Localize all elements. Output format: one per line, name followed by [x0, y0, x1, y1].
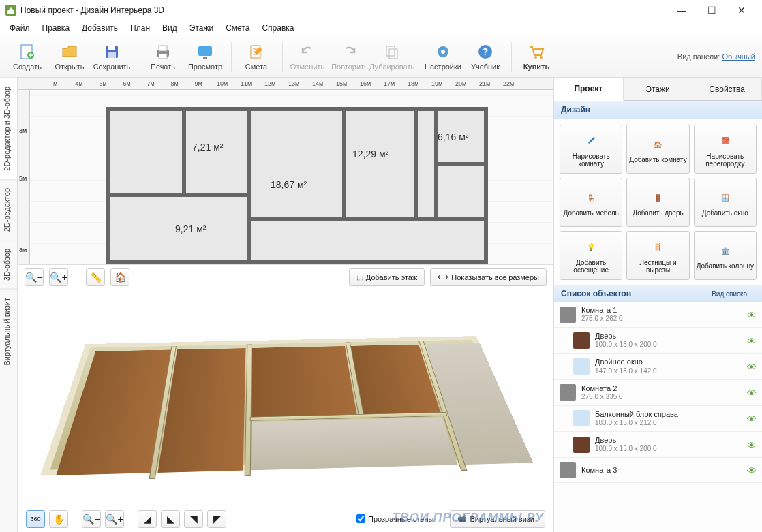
- preview-button[interactable]: Просмотр: [185, 37, 226, 76]
- view-angle-3-button[interactable]: ◥: [184, 510, 203, 528]
- tab-properties[interactable]: Свойства: [692, 78, 762, 100]
- object-list-item[interactable]: Комната 2275.0 x 335.0 👁: [554, 380, 762, 406]
- tab-floors[interactable]: Этажи: [624, 78, 693, 100]
- add-window-button[interactable]: 🪟Добавить окно: [694, 178, 757, 227]
- object-label: Комната 2275.0 x 335.0: [581, 384, 742, 401]
- help-icon: ?: [476, 42, 495, 61]
- draw-room-button[interactable]: 🖊️Нарисовать комнату: [560, 125, 622, 174]
- measure-button[interactable]: 📏: [86, 268, 105, 286]
- save-icon: [102, 42, 121, 61]
- object-label: Дверь100.0 x 15.0 x 200.0: [595, 332, 742, 349]
- main-toolbar: Создать Открыть Сохранить Печать Просмот…: [0, 35, 762, 78]
- add-lighting-button[interactable]: 💡Добавить освещение: [560, 231, 622, 280]
- object-list-item[interactable]: Балконный блок справа183.0 x 15.0 x 212.…: [554, 406, 762, 432]
- zoom-out-3d-button[interactable]: 🔍−: [82, 510, 101, 528]
- monitor-icon: [196, 42, 215, 61]
- visibility-toggle-icon[interactable]: 👁: [747, 336, 757, 345]
- draw-partition-button[interactable]: 🧱Нарисовать перегородку: [694, 125, 757, 174]
- pan-button[interactable]: ✋: [49, 510, 68, 528]
- object-list-item[interactable]: Дверь100.0 x 15.0 x 200.0 👁: [554, 432, 762, 458]
- menu-view[interactable]: Вид: [157, 22, 183, 34]
- undo-button[interactable]: Отменить: [287, 37, 328, 76]
- settings-button[interactable]: Настройки: [423, 37, 463, 76]
- object-list[interactable]: Комната 1275.0 x 262.0 👁 Дверь100.0 x 15…: [554, 302, 762, 532]
- door-icon: 🚪: [648, 188, 667, 207]
- zoom-out-2d-button[interactable]: 🔍−: [25, 268, 44, 286]
- menu-add[interactable]: Добавить: [76, 22, 123, 34]
- svg-point-18: [534, 56, 537, 59]
- list-icon: ☰: [749, 290, 755, 298]
- svg-rect-9: [198, 46, 212, 56]
- visibility-toggle-icon[interactable]: 👁: [747, 440, 757, 450]
- visibility-toggle-icon[interactable]: 👁: [747, 413, 757, 423]
- object-list-item[interactable]: Двойное окно147.0 x 15.0 x 142.0 👁: [554, 354, 762, 379]
- object-list-item[interactable]: Комната 3 👁: [554, 458, 762, 483]
- titlebar: Новый проект - Дизайн Интерьера 3D — ☐ ✕: [0, 0, 762, 20]
- object-list-item[interactable]: Дверь100.0 x 15.0 x 200.0 👁: [554, 328, 762, 354]
- panel-mode-link[interactable]: Обычный: [722, 52, 755, 61]
- visibility-toggle-icon[interactable]: 👁: [747, 388, 757, 397]
- menu-file[interactable]: Файл: [4, 22, 35, 34]
- object-label: Балконный блок справа183.0 x 15.0 x 212.…: [595, 410, 742, 427]
- home-button[interactable]: 🏠: [110, 268, 129, 286]
- add-room-button[interactable]: 🏠Добавить комнату: [626, 125, 689, 174]
- view-angle-2-button[interactable]: ◣: [161, 510, 180, 528]
- visibility-toggle-icon[interactable]: 👁: [747, 310, 757, 319]
- stairs-icon: 🪜: [648, 238, 667, 257]
- vtab-2d-3d[interactable]: 2D-редактор и 3D-обзор: [0, 78, 17, 179]
- dimension-icon: ⟷: [438, 272, 448, 281]
- view-3d[interactable]: [18, 289, 553, 505]
- floorplan[interactable]: 7,21 м² 18,67 м² 12,29 м² 6,16 м² 9,21 м…: [106, 107, 488, 264]
- object-type-icon: [573, 437, 590, 453]
- add-column-button[interactable]: 🏛️Добавить колонну: [694, 231, 757, 280]
- plan-2d-view[interactable]: 3м 5м 8м 7,21 м² 18,67 м² 12,29 м²: [18, 90, 553, 264]
- notepad-icon: [247, 42, 266, 61]
- rotate-360-button[interactable]: 360: [26, 510, 45, 528]
- buy-button[interactable]: Купить: [516, 37, 557, 76]
- show-dimensions-button[interactable]: ⟷Показывать все размеры: [430, 268, 547, 286]
- panel-mode-label: Вид панели: Обычный: [677, 52, 755, 61]
- zoom-in-2d-button[interactable]: 🔍+: [49, 268, 68, 286]
- close-button[interactable]: ✕: [727, 0, 757, 20]
- folder-open-icon: [60, 42, 79, 61]
- pencil-room-icon: 🖊️: [581, 131, 600, 151]
- estimate-button[interactable]: Смета: [236, 37, 277, 76]
- chair-icon: 🪑: [581, 188, 600, 207]
- visibility-toggle-icon[interactable]: 👁: [747, 362, 757, 371]
- add-floor-button[interactable]: ⬚Добавить этаж: [349, 268, 425, 286]
- view-angle-4-button[interactable]: ◤: [207, 510, 226, 528]
- menu-edit[interactable]: Правка: [37, 22, 76, 34]
- lightbulb-icon: 💡: [581, 238, 600, 257]
- maximize-button[interactable]: ☐: [697, 0, 727, 20]
- menu-help[interactable]: Справка: [256, 22, 299, 34]
- redo-button[interactable]: Повторить: [329, 37, 370, 76]
- menu-estimate[interactable]: Смета: [220, 22, 255, 34]
- room-area-4: 6,16 м²: [438, 131, 468, 142]
- vtab-virtual[interactable]: Виртуальный визит: [0, 289, 17, 374]
- menu-plan[interactable]: План: [125, 22, 155, 34]
- svg-point-15: [441, 50, 445, 54]
- list-view-mode[interactable]: Вид списка ☰: [712, 290, 755, 298]
- print-button[interactable]: Печать: [142, 37, 183, 76]
- create-button[interactable]: Создать: [7, 37, 48, 76]
- minimize-button[interactable]: —: [667, 0, 697, 20]
- object-list-item[interactable]: Комната 1275.0 x 262.0 👁: [554, 302, 762, 328]
- tutorial-button[interactable]: ?Учебник: [465, 37, 506, 76]
- view-angle-1-button[interactable]: ◢: [138, 510, 157, 528]
- zoom-in-3d-button[interactable]: 🔍+: [105, 510, 124, 528]
- menu-floors[interactable]: Этажи: [184, 22, 219, 34]
- save-button[interactable]: Сохранить: [91, 37, 132, 76]
- window-icon: 🪟: [716, 188, 735, 207]
- add-door-button[interactable]: 🚪Добавить дверь: [626, 178, 689, 227]
- stairs-cutouts-button[interactable]: 🪜Лестницы и вырезы: [626, 231, 689, 280]
- vtab-3d[interactable]: 3D-обзор: [0, 240, 17, 289]
- tab-project[interactable]: Проект: [554, 78, 624, 101]
- visibility-toggle-icon[interactable]: 👁: [747, 465, 757, 475]
- vtab-2d[interactable]: 2D-редактор: [0, 179, 17, 240]
- gear-icon: [433, 42, 453, 61]
- duplicate-button[interactable]: Дублировать: [371, 37, 412, 76]
- open-button[interactable]: Открыть: [49, 37, 90, 76]
- add-furniture-button[interactable]: 🪑Добавить мебель: [560, 178, 622, 227]
- object-type-icon: [560, 307, 576, 323]
- render-3d: [40, 336, 533, 475]
